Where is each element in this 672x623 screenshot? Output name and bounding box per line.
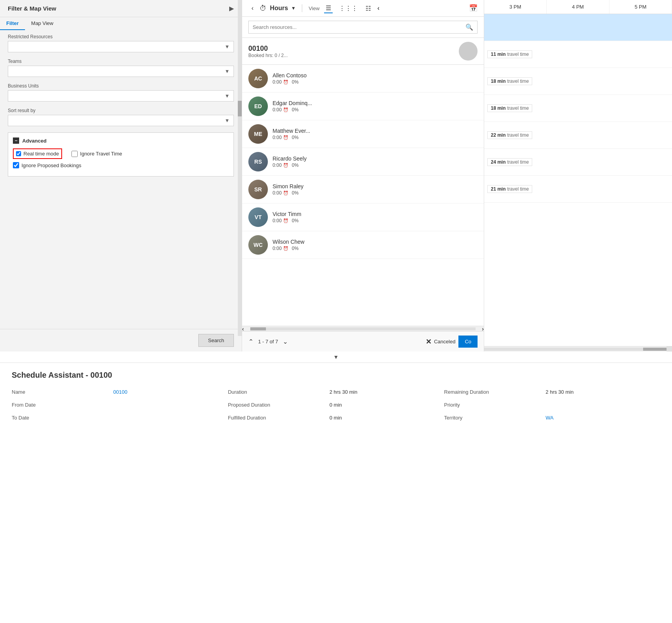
- resource-stats: 0:00 ⏰ 0%: [273, 135, 478, 140]
- timeline-row: 18 min travel time: [484, 95, 672, 122]
- left-panel: Filter & Map View ▶ Filter Map View Rest…: [0, 0, 242, 352]
- resource-percent: 0%: [292, 218, 298, 223]
- resource-item[interactable]: ED Edgar Dominq... 0:00 ⏰ 0%: [242, 93, 484, 120]
- expand-section-arrow[interactable]: ▼: [0, 352, 672, 362]
- calendar-button[interactable]: 📅: [469, 4, 478, 12]
- resource-header-avatar: [459, 42, 478, 61]
- resource-item[interactable]: VT Victor Timm 0:00 ⏰ 0%: [242, 204, 484, 231]
- time-slot: 3 PM: [484, 0, 547, 14]
- search-button[interactable]: Search: [198, 334, 234, 347]
- to-date-label: To Date: [12, 413, 113, 422]
- resource-hours: 0:00 ⏰: [273, 107, 289, 112]
- resource-item[interactable]: ME Matthew Ever... 0:00 ⏰ 0%: [242, 120, 484, 148]
- fulfilled-duration-label: Fulfilled Duration: [228, 413, 330, 422]
- ignore-travel-time-checkbox[interactable]: [71, 151, 78, 157]
- time-header: 3 PM4 PM5 PM: [484, 0, 672, 14]
- tab-filter[interactable]: Filter: [0, 17, 25, 30]
- real-time-mode-checkbox[interactable]: [16, 151, 21, 156]
- restricted-resources-dropdown[interactable]: ▼: [8, 41, 234, 52]
- resource-percent: 0%: [292, 135, 298, 140]
- advanced-header[interactable]: − Advanced: [13, 137, 229, 144]
- search-resources-button[interactable]: 🔍: [465, 23, 473, 31]
- bottom-section: Schedule Assistant - 00100 Name 00100 Du…: [0, 362, 672, 430]
- ignore-travel-time-label[interactable]: Ignore Travel Time: [80, 151, 122, 157]
- travel-badge: 24 min travel time: [487, 158, 532, 166]
- resource-name: Matthew Ever...: [273, 128, 478, 134]
- cancel-x-icon: ✕: [426, 337, 431, 346]
- business-units-label: Business Units: [8, 83, 234, 89]
- panel-collapse-arrow[interactable]: ▶: [229, 5, 234, 12]
- teams-dropdown[interactable]: ▼: [8, 66, 234, 77]
- resource-item[interactable]: WC Wilson Chew 0:00 ⏰ 0%: [242, 231, 484, 259]
- resource-hours-value: 0:00: [273, 107, 282, 112]
- travel-badge: 22 min travel time: [487, 131, 532, 139]
- resource-name: Edgar Dominq...: [273, 100, 478, 106]
- name-value[interactable]: 00100: [113, 387, 228, 396]
- clock-mini-icon: ⏰: [283, 80, 289, 85]
- to-date-value: [113, 416, 228, 419]
- resource-hours: 0:00 ⏰: [273, 246, 289, 251]
- resource-hours: 0:00 ⏰: [273, 218, 289, 223]
- collapse-panel-button[interactable]: ‹: [377, 4, 379, 13]
- filter-business-units: Business Units ▼: [8, 83, 234, 102]
- hours-dropdown-arrow[interactable]: ▼: [291, 5, 296, 11]
- resource-hours: 0:00 ⏰: [273, 135, 289, 140]
- ignore-proposed-bookings-checkbox[interactable]: [13, 162, 19, 168]
- duration-label: Duration: [228, 387, 330, 396]
- horizontal-scroll[interactable]: ‹ ›: [242, 326, 484, 331]
- gantt-view-button[interactable]: ⋮⋮⋮: [337, 4, 359, 13]
- left-scrollbar[interactable]: [238, 0, 242, 336]
- resource-booked: Booked hrs: 0 / 2...: [248, 53, 288, 58]
- pagination-bar: ⌃ 1 - 7 of 7 ⌄ ✕ Canceled Co: [242, 331, 484, 352]
- toolbar-hours-label: Hours: [270, 5, 288, 12]
- real-time-mode-label[interactable]: Real time mode: [23, 151, 59, 157]
- timeline-row: 22 min travel time: [484, 122, 672, 149]
- priority-label: Priority: [444, 400, 545, 409]
- resource-info: Victor Timm 0:00 ⏰ 0%: [273, 211, 478, 223]
- cancel-booking-button[interactable]: ✕ Canceled: [426, 337, 455, 346]
- book-button[interactable]: Co: [458, 336, 478, 348]
- territory-value[interactable]: WA: [545, 413, 660, 422]
- ignore-proposed-bookings-label[interactable]: Ignore Proposed Bookings: [21, 162, 81, 168]
- resource-item[interactable]: SR Simon Raley 0:00 ⏰ 0%: [242, 176, 484, 204]
- sort-result-dropdown[interactable]: ▼: [8, 115, 234, 126]
- resource-hours: 0:00 ⏰: [273, 162, 289, 168]
- grid-view-button[interactable]: ☷: [364, 4, 373, 13]
- clock-mini-icon: ⏰: [283, 246, 289, 251]
- resource-hours-value: 0:00: [273, 79, 282, 85]
- resource-item[interactable]: RS Ricardo Seely 0:00 ⏰ 0%: [242, 148, 484, 176]
- resource-hours: 0:00 ⏰: [273, 190, 289, 196]
- search-resources-input[interactable]: [253, 24, 465, 30]
- advanced-collapse-icon: −: [13, 137, 19, 144]
- resource-stats: 0:00 ⏰ 0%: [273, 218, 478, 223]
- left-panel-header: Filter & Map View ▶: [0, 0, 242, 17]
- priority-value: [545, 403, 660, 407]
- timeline-row: 11 min travel time: [484, 41, 672, 68]
- travel-time-value: 18 min: [491, 79, 506, 84]
- travel-time-label: travel time: [507, 132, 529, 138]
- teams-arrow: ▼: [225, 68, 230, 74]
- timeline-row: 18 min travel time: [484, 68, 672, 95]
- restricted-resources-arrow: ▼: [225, 44, 230, 50]
- resource-avatar: AC: [248, 69, 268, 88]
- toolbar-back-button[interactable]: ‹: [248, 3, 257, 13]
- list-view-button[interactable]: ☰: [324, 4, 333, 13]
- resource-header-info: 00100 Booked hrs: 0 / 2...: [248, 45, 288, 58]
- business-units-dropdown[interactable]: ▼: [8, 90, 234, 102]
- resource-item[interactable]: AC Allen Contoso 0:00 ⏰ 0%: [242, 65, 484, 93]
- travel-time-value: 24 min: [491, 159, 506, 165]
- resource-info: Wilson Chew 0:00 ⏰ 0%: [273, 239, 478, 251]
- timeline-rows: 11 min travel time 18 min travel time 18…: [484, 14, 672, 346]
- clock-mini-icon: ⏰: [283, 191, 289, 196]
- travel-badge: 21 min travel time: [487, 185, 532, 193]
- panel-title: Filter & Map View: [8, 5, 56, 12]
- tab-mapview[interactable]: Map View: [25, 17, 60, 30]
- page-next-button[interactable]: ⌄: [283, 338, 288, 345]
- resource-hours-value: 0:00: [273, 246, 282, 251]
- top-section: Filter & Map View ▶ Filter Map View Rest…: [0, 0, 672, 352]
- middle-toolbar: ‹ ⏱ Hours ▼ View ☰ ⋮⋮⋮ ☷ ‹ 📅: [242, 0, 484, 17]
- resource-name: Ricardo Seely: [273, 155, 478, 162]
- from-date-value: [113, 403, 228, 407]
- from-date-label: From Date: [12, 400, 113, 409]
- page-prev-button[interactable]: ⌃: [248, 338, 253, 345]
